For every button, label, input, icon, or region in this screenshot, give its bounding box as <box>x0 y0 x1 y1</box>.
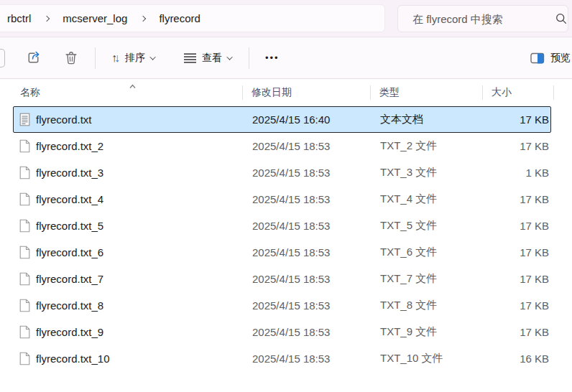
file-type: TXT_9 文件 <box>372 325 484 339</box>
file-size: 17 KB <box>484 273 552 285</box>
file-type: TXT_8 文件 <box>372 299 484 312</box>
file-row[interactable]: flyrecord.txt_6 2025/4/15 18:53 TXT_6 文件… <box>13 239 551 266</box>
file-type: 文本文档 <box>372 113 484 126</box>
file-name-cell: flyrecord.txt_3 <box>14 166 244 179</box>
file-name: flyrecord.txt_8 <box>36 299 103 312</box>
toolbar-divider <box>95 47 96 69</box>
search-box[interactable] <box>397 5 568 32</box>
file-size: 17 KB <box>484 220 552 232</box>
file-name-cell: flyrecord.txt_7 <box>14 272 244 286</box>
search-input[interactable] <box>412 13 555 25</box>
file-type: TXT_5 文件 <box>372 219 484 233</box>
file-name-cell: flyrecord.txt <box>14 113 244 126</box>
file-type: TXT_4 文件 <box>372 192 484 206</box>
delete-button[interactable] <box>57 46 85 70</box>
file-name: flyrecord.txt_10 <box>36 353 110 365</box>
file-row[interactable]: flyrecord.txt_4 2025/4/15 18:53 TXT_4 文件… <box>13 186 551 213</box>
file-name-cell: flyrecord.txt_8 <box>14 299 244 312</box>
file-row[interactable]: flyrecord.txt_5 2025/4/15 18:53 TXT_5 文件… <box>13 213 551 239</box>
file-date-modified: 2025/4/15 16:40 <box>244 113 372 126</box>
column-header-date[interactable]: 修改日期 <box>243 79 371 106</box>
preview-toggle-button[interactable]: 预览 <box>530 52 572 65</box>
file-date-modified: 2025/4/15 18:53 <box>244 299 372 312</box>
file-type: TXT_7 文件 <box>372 272 484 286</box>
file-name-cell: flyrecord.txt_2 <box>14 139 244 153</box>
sort-button[interactable]: ↑↓ 排序 <box>106 47 162 69</box>
file-row[interactable]: flyrecord.txt_9 2025/4/15 18:53 TXT_9 文件… <box>13 319 551 345</box>
share-icon <box>25 50 42 66</box>
file-row[interactable]: flyrecord.txt_7 2025/4/15 18:53 TXT_7 文件… <box>13 266 551 292</box>
toolbar-divider <box>249 47 249 69</box>
blank-file-icon <box>19 166 30 179</box>
file-type: TXT_10 文件 <box>372 352 484 365</box>
file-name: flyrecord.txt_7 <box>36 273 103 285</box>
file-name-cell: flyrecord.txt_5 <box>14 219 244 233</box>
blank-file-icon <box>19 299 30 312</box>
blank-file-icon <box>19 352 30 365</box>
preview-label: 预览 <box>550 52 571 65</box>
file-list: flyrecord.txt 2025/4/15 16:40 文本文档 17 KB <box>0 106 572 372</box>
command-toolbar: ↑↓ 排序 查看 ••• 预览 <box>0 37 572 79</box>
file-name: flyrecord.txt_4 <box>36 193 103 205</box>
file-row[interactable]: flyrecord.txt_8 2025/4/15 18:53 TXT_8 文件… <box>13 292 551 319</box>
trash-icon <box>63 50 79 66</box>
breadcrumb-item[interactable]: flyrecord <box>154 12 206 24</box>
share-button[interactable] <box>19 45 47 70</box>
more-options-button[interactable]: ••• <box>259 48 285 67</box>
file-row[interactable]: flyrecord.txt_10 2025/4/15 18:53 TXT_10 … <box>13 345 551 372</box>
file-name-cell: flyrecord.txt_9 <box>14 325 244 339</box>
blank-file-icon <box>19 139 30 153</box>
file-size: 17 KB <box>484 246 552 258</box>
file-name-cell: flyrecord.txt_4 <box>14 192 244 206</box>
file-name: flyrecord.txt <box>36 113 92 126</box>
breadcrumb-chevron-icon <box>140 15 146 21</box>
column-header-name[interactable]: 名称 <box>13 79 243 106</box>
file-date-modified: 2025/4/15 18:53 <box>244 193 372 205</box>
file-date-modified: 2025/4/15 18:53 <box>244 246 372 258</box>
file-date-modified: 2025/4/15 18:53 <box>244 140 372 152</box>
breadcrumb-item[interactable]: mcserver_log <box>57 12 132 24</box>
blank-file-icon <box>19 192 30 206</box>
breadcrumb[interactable]: rbctrlmcserver_logflyrecord <box>0 4 385 32</box>
column-header-type[interactable]: 类型 <box>371 79 483 106</box>
file-type: TXT_2 文件 <box>372 139 484 153</box>
file-name: flyrecord.txt_6 <box>36 246 103 258</box>
file-size: 1 KB <box>484 167 552 179</box>
blank-file-icon <box>19 246 30 259</box>
column-header-size[interactable]: 大小 <box>483 79 554 106</box>
file-row[interactable]: flyrecord.txt 2025/4/15 16:40 文本文档 17 KB <box>13 106 551 133</box>
view-label: 查看 <box>202 52 222 65</box>
file-row[interactable]: flyrecord.txt_3 2025/4/15 18:53 TXT_3 文件… <box>13 159 551 186</box>
sort-label: 排序 <box>125 52 145 65</box>
file-date-modified: 2025/4/15 18:53 <box>244 167 372 179</box>
file-name: flyrecord.txt_9 <box>36 326 103 338</box>
text-document-icon <box>19 113 30 126</box>
breadcrumb-item[interactable]: rbctrl <box>2 12 36 24</box>
view-button[interactable]: 查看 <box>177 47 239 69</box>
file-name-cell: flyrecord.txt_6 <box>14 246 244 259</box>
sort-arrows-icon: ↑↓ <box>111 52 120 65</box>
file-date-modified: 2025/4/15 18:53 <box>244 326 372 338</box>
file-type: TXT_6 文件 <box>372 246 484 259</box>
file-size: 17 KB <box>484 140 552 152</box>
blank-file-icon <box>19 325 30 339</box>
file-row[interactable]: flyrecord.txt_2 2025/4/15 18:53 TXT_2 文件… <box>13 133 551 159</box>
file-name: flyrecord.txt_2 <box>36 140 103 152</box>
blank-file-icon <box>19 272 30 286</box>
blank-file-icon <box>19 219 30 233</box>
chevron-down-icon <box>149 54 155 60</box>
preview-pane-icon <box>530 52 545 64</box>
ellipsis-icon: ••• <box>265 52 280 63</box>
clipped-button-icon <box>0 49 5 67</box>
explorer-top-bar: rbctrlmcserver_logflyrecord <box>0 0 572 37</box>
file-date-modified: 2025/4/15 18:53 <box>244 273 372 285</box>
file-size: 17 KB <box>484 299 552 312</box>
file-explorer: { "breadcrumb": { "items": ["rbctrl", "m… <box>0 0 572 392</box>
file-type: TXT_3 文件 <box>372 166 484 179</box>
file-date-modified: 2025/4/15 18:53 <box>244 353 372 365</box>
file-size: 17 KB <box>484 113 552 126</box>
column-header-row: 名称 修改日期 类型 大小 <box>0 79 572 106</box>
file-size: 17 KB <box>484 193 552 205</box>
search-icon[interactable] <box>555 13 567 24</box>
file-size: 17 KB <box>484 326 552 338</box>
